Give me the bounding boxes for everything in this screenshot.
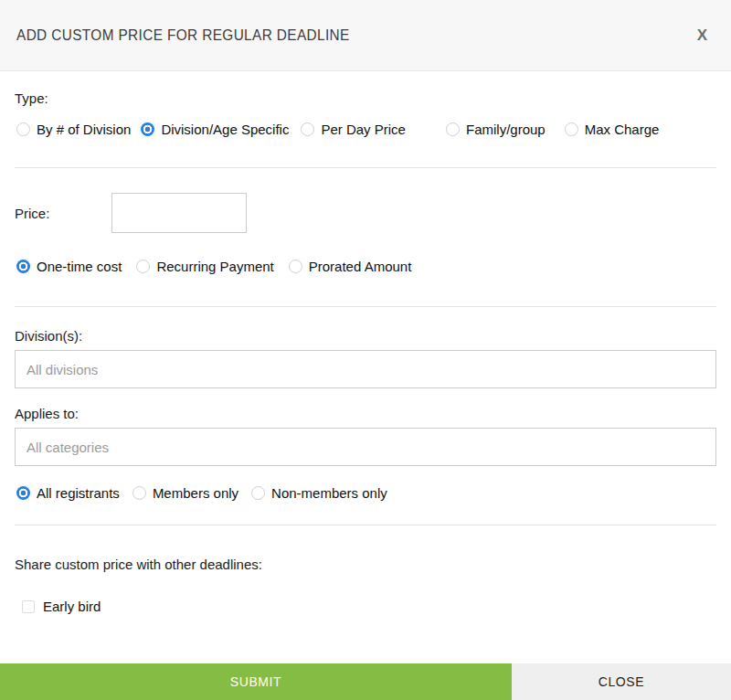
radio-division-age-specific[interactable]: Division/Age Specific xyxy=(141,122,289,137)
price-label: Price: xyxy=(15,205,111,222)
modal-title: ADD CUSTOM PRICE FOR REGULAR DEADLINE xyxy=(16,27,350,44)
radio-per-day-price[interactable]: Per Day Price xyxy=(301,122,406,137)
radio-icon xyxy=(16,260,30,273)
type-radio-group: By # of Division Division/Age Specific P… xyxy=(16,122,716,137)
divisions-input[interactable] xyxy=(15,350,716,388)
radio-icon xyxy=(16,486,30,500)
divider xyxy=(15,167,716,168)
radio-recurring-payment[interactable]: Recurring Payment xyxy=(136,259,273,274)
applies-to-input[interactable] xyxy=(15,428,716,466)
submit-button[interactable]: SUBMIT xyxy=(0,663,512,700)
modal-header: ADD CUSTOM PRICE FOR REGULAR DEADLINE X xyxy=(0,0,731,71)
modal-footer: SUBMIT CLOSE xyxy=(0,663,731,700)
applies-to-label: Applies to: xyxy=(15,405,716,422)
radio-icon xyxy=(251,486,265,500)
divider xyxy=(15,525,716,525)
radio-max-charge[interactable]: Max Charge xyxy=(565,122,660,137)
share-label: Share custom price with other deadlines: xyxy=(15,556,716,573)
radio-icon xyxy=(16,122,30,136)
registrant-radio-group: All registrants Members only Non-members… xyxy=(16,485,716,501)
close-icon[interactable]: X xyxy=(697,27,707,45)
divisions-label: Division(s): xyxy=(15,327,716,345)
radio-icon xyxy=(289,260,302,273)
radio-non-members-only[interactable]: Non-members only xyxy=(251,485,387,501)
checkbox-icon xyxy=(22,600,35,613)
payment-radio-group: One-time cost Recurring Payment Prorated… xyxy=(16,259,716,274)
type-label: Type: xyxy=(15,90,716,107)
close-button[interactable]: CLOSE xyxy=(512,663,731,700)
radio-prorated-amount[interactable]: Prorated Amount xyxy=(289,259,412,274)
price-input[interactable] xyxy=(111,193,247,233)
divider xyxy=(15,306,716,307)
radio-icon xyxy=(565,122,578,136)
radio-by-number-of-division[interactable]: By # of Division xyxy=(16,122,131,137)
radio-family-group[interactable]: Family/group xyxy=(446,122,546,137)
radio-icon xyxy=(301,122,314,136)
checkbox-early-bird[interactable]: Early bird xyxy=(22,599,716,614)
radio-all-registrants[interactable]: All registrants xyxy=(16,485,120,501)
radio-one-time-cost[interactable]: One-time cost xyxy=(16,259,122,274)
price-row: Price: xyxy=(15,193,716,233)
modal-body: Type: By # of Division Division/Age Spec… xyxy=(0,90,731,614)
radio-icon xyxy=(141,122,154,136)
radio-icon xyxy=(136,260,150,273)
radio-icon xyxy=(132,486,146,500)
radio-members-only[interactable]: Members only xyxy=(132,485,238,501)
radio-icon xyxy=(446,122,460,136)
